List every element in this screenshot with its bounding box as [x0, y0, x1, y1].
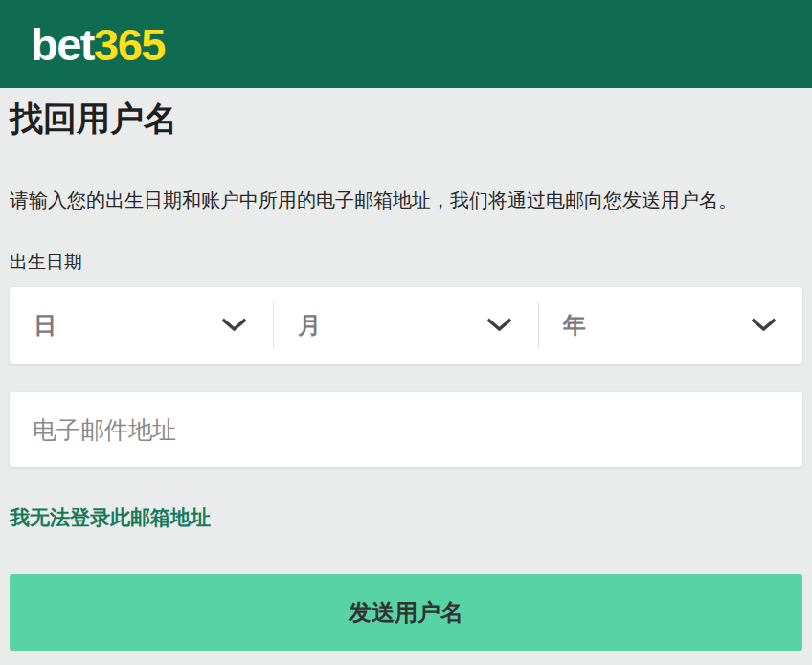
page-title: 找回用户名: [10, 100, 802, 138]
logo-text-bet: bet: [31, 19, 94, 70]
dob-select-group: 日 月 年: [10, 287, 802, 364]
month-select-value: 月: [298, 310, 321, 341]
recover-username-page: 找回用户名 请输入您的出生日期和账户中所用的电子邮箱地址，我们将通过电邮向您发送…: [0, 100, 812, 651]
day-select[interactable]: 日: [10, 287, 273, 364]
app-header: bet365: [0, 0, 812, 88]
bet365-logo[interactable]: bet365: [31, 22, 165, 67]
email-field-container: [10, 392, 802, 467]
send-username-button[interactable]: 发送用户名: [10, 574, 802, 651]
chevron-down-icon: [221, 318, 247, 333]
cant-access-email-link[interactable]: 我无法登录此邮箱地址: [10, 505, 211, 529]
day-select-value: 日: [34, 310, 56, 341]
dob-label: 出生日期: [10, 251, 802, 274]
logo-text-365: 365: [94, 19, 165, 70]
chevron-down-icon: [486, 318, 512, 333]
year-select[interactable]: 年: [539, 287, 802, 364]
month-select[interactable]: 月: [274, 287, 537, 364]
email-input[interactable]: [10, 392, 802, 467]
instructions-text: 请输入您的出生日期和账户中所用的电子邮箱地址，我们将通过电邮向您发送用户名。: [10, 188, 802, 213]
chevron-down-icon: [751, 318, 777, 333]
year-select-value: 年: [563, 310, 586, 341]
